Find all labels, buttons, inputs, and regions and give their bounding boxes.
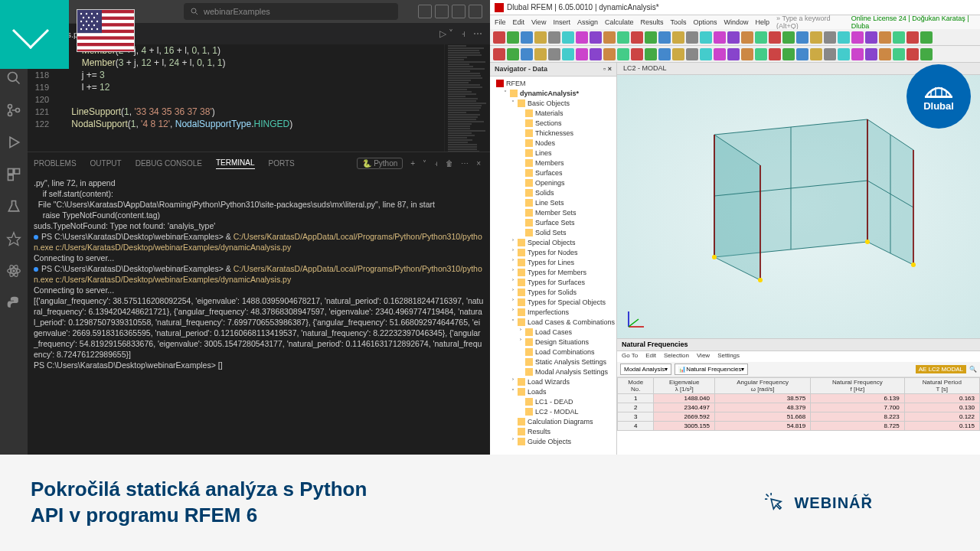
trash-icon[interactable]: 🗑	[446, 159, 453, 168]
results-table[interactable]: ModeNo.Eigenvalueλ [1/s²]Angular Frequen…	[617, 377, 980, 455]
toolbar-button[interactable]	[562, 48, 574, 60]
tree-item[interactable]: Results	[493, 426, 615, 436]
menu-calculate[interactable]: Calculate	[605, 18, 634, 26]
toolbar-button[interactable]	[796, 31, 808, 44]
toolbar-button[interactable]	[851, 48, 864, 60]
layout-bottom-icon[interactable]	[435, 5, 449, 18]
toolbar-button[interactable]	[590, 31, 602, 44]
split-icon[interactable]: ⫞	[461, 28, 466, 39]
debug-icon[interactable]	[6, 135, 21, 150]
toolbar-button[interactable]	[906, 31, 919, 44]
search-hint[interactable]: » Type a keyword (Alt+Q)	[776, 15, 847, 30]
toolbar-button[interactable]	[686, 48, 698, 60]
toolbar-button[interactable]	[658, 31, 671, 44]
tree-item[interactable]: Nodes	[493, 138, 615, 148]
panel-tab-output[interactable]: OUTPUT	[90, 159, 122, 168]
results-menu-item[interactable]: Go To	[622, 352, 638, 361]
toolbar-button[interactable]	[714, 48, 726, 60]
toolbar-button[interactable]	[741, 48, 753, 60]
toolbar-button[interactable]	[521, 31, 533, 44]
tree-item[interactable]: ˃Types for Solids	[493, 287, 615, 297]
tree-item[interactable]: Member Sets	[493, 207, 615, 217]
tree-item[interactable]: ˃Types for Surfaces	[493, 277, 615, 287]
tree-item[interactable]: ˅Basic Objects	[493, 98, 615, 108]
tree-item[interactable]: LC2 - MODAL	[493, 406, 615, 416]
tree-item[interactable]: ˃Types for Nodes	[493, 247, 615, 257]
panel-tab-terminal[interactable]: TERMINAL	[216, 158, 255, 169]
menu-view[interactable]: View	[531, 18, 546, 26]
tree-item[interactable]: Lines	[493, 148, 615, 158]
panel-tab-problems[interactable]: PROBLEMS	[34, 159, 77, 168]
tree-item[interactable]: ˃Design Situations	[493, 337, 615, 347]
toolbar-button[interactable]	[617, 31, 629, 44]
toolbar-button[interactable]	[548, 31, 560, 44]
close-panel-icon[interactable]: ×	[476, 159, 481, 168]
tree-item[interactable]: ˃Types for Lines	[493, 257, 615, 267]
tree-item[interactable]: ˃Special Objects	[493, 237, 615, 247]
tree-item[interactable]: ˃Types for Members	[493, 267, 615, 277]
menu-results[interactable]: Results	[640, 18, 663, 26]
toolbar-button[interactable]	[493, 31, 505, 44]
results-menu-item[interactable]: Edit	[645, 352, 656, 361]
analysis-type-dropdown[interactable]: Modal Analysis ▾	[620, 364, 671, 375]
toolbar-button[interactable]	[617, 48, 629, 60]
toolbar-button[interactable]	[796, 48, 808, 60]
tree-item[interactable]: Load Combinations	[493, 347, 615, 357]
tree-item[interactable]: Thicknesses	[493, 128, 615, 138]
tree-item[interactable]: Materials	[493, 108, 615, 118]
toolbar-button[interactable]	[824, 31, 836, 44]
toolbar-button[interactable]	[727, 48, 740, 60]
toolbar-button[interactable]	[631, 31, 643, 44]
toolbar-button[interactable]	[810, 31, 822, 44]
toolbar-button[interactable]	[741, 31, 753, 44]
tree-item[interactable]: ˃Load Cases	[493, 327, 615, 337]
toolbar-button[interactable]	[672, 48, 684, 60]
tree-item[interactable]: Sections	[493, 118, 615, 128]
toolbar-button[interactable]	[906, 48, 919, 60]
menu-insert[interactable]: Insert	[553, 18, 570, 26]
menu-options[interactable]: Options	[693, 18, 717, 26]
results-menu-item[interactable]: Settings	[717, 352, 740, 361]
toolbar-button[interactable]	[631, 48, 643, 60]
more-icon[interactable]: ⋯	[473, 28, 482, 39]
gitlab-icon[interactable]	[6, 231, 21, 246]
panel-tab-ports[interactable]: PORTS	[269, 159, 295, 168]
toolbar-button[interactable]	[920, 31, 933, 44]
toolbar-button[interactable]	[700, 31, 712, 44]
toolbar-button[interactable]	[782, 48, 795, 60]
toolbar-button[interactable]	[507, 48, 519, 60]
navigator-tree[interactable]: RFEM ˅dynamicAnalysis*˅Basic Objects Mat…	[490, 77, 616, 455]
toolbar-button[interactable]	[507, 31, 519, 44]
toolbar-button[interactable]	[865, 31, 877, 44]
toolbar-button[interactable]	[838, 48, 850, 60]
tree-item[interactable]: Line Sets	[493, 197, 615, 207]
tree-item[interactable]: Surface Sets	[493, 217, 615, 227]
menu-edit[interactable]: Edit	[513, 18, 525, 26]
kernel-badge[interactable]: 🐍 Python	[357, 158, 403, 169]
code-editor[interactable]: 116 Member(2 + j, 4 + l, 16 + l, 0, 1, 1…	[0, 44, 490, 152]
toolbar-button[interactable]	[879, 48, 891, 60]
layout-right-icon[interactable]	[452, 5, 466, 18]
toolbar-button[interactable]	[590, 48, 602, 60]
toolbar-button[interactable]	[920, 48, 933, 60]
terminal-output[interactable]: .py", line 72, in append if self.start(c…	[0, 174, 490, 455]
toolbar-button[interactable]	[727, 31, 740, 44]
menu-tools[interactable]: Tools	[670, 18, 686, 26]
toolbar-button[interactable]	[576, 48, 588, 60]
tree-item[interactable]: Modal Analysis Settings	[493, 367, 615, 377]
toolbar-button[interactable]	[603, 31, 616, 44]
toolbar-button[interactable]	[838, 31, 850, 44]
toolbar-button[interactable]	[769, 48, 781, 60]
tree-item[interactable]: ˃Imperfections	[493, 307, 615, 317]
results-menu-item[interactable]: Selection	[664, 352, 689, 361]
layout-full-icon[interactable]	[469, 5, 482, 18]
toolbar-button[interactable]	[755, 48, 767, 60]
minimap[interactable]	[444, 44, 490, 152]
tree-item[interactable]: ˃Load Wizards	[493, 377, 615, 386]
tree-item[interactable]: Members	[493, 158, 615, 168]
toolbar-button[interactable]	[548, 48, 560, 60]
more-icon[interactable]: ⋯	[461, 159, 469, 168]
toolbar-button[interactable]	[879, 31, 891, 44]
toolbar-button[interactable]	[562, 31, 574, 44]
panel-tab-debug console[interactable]: DEBUG CONSOLE	[136, 159, 202, 168]
